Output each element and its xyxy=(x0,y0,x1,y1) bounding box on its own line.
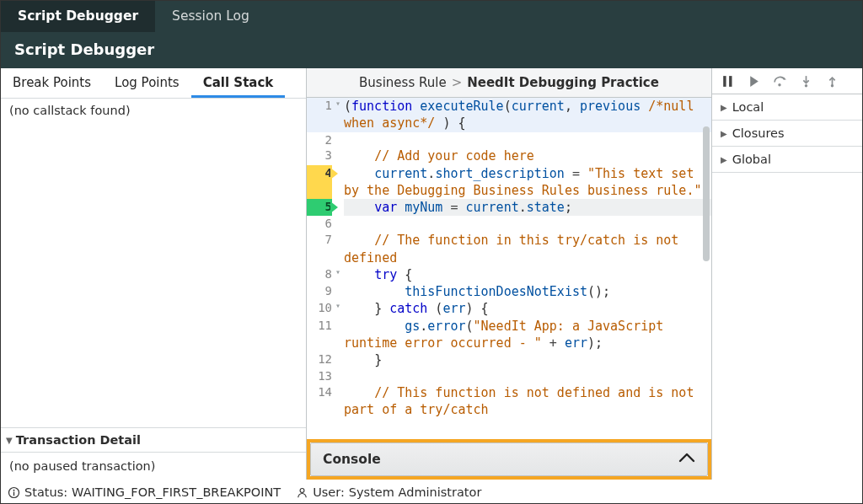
svg-point-3 xyxy=(805,84,807,87)
code-line[interactable]: 3 // Add your code here xyxy=(307,147,711,164)
code-editor[interactable]: 1▾(function executeRule(current, previou… xyxy=(307,98,711,439)
user-icon xyxy=(296,486,308,499)
script-debugger-app: Script Debugger Session Log Script Debug… xyxy=(0,0,863,504)
caret-right-icon: ▶ xyxy=(721,129,727,138)
code-line[interactable]: 5 var myNum = current.state; xyxy=(307,199,711,216)
code-source[interactable]: } xyxy=(344,351,711,368)
status-label: Status: xyxy=(24,485,67,499)
line-number[interactable]: 3 xyxy=(307,147,332,164)
pause-button[interactable] xyxy=(721,74,735,88)
scope-closures-label: Closures xyxy=(732,126,785,140)
line-number[interactable]: 4 xyxy=(307,165,332,200)
code-line[interactable]: 11 gs.error("NeedIt App: a JavaScript ru… xyxy=(307,318,711,352)
line-number[interactable]: 7 xyxy=(307,232,332,266)
transaction-detail-label: Transaction Detail xyxy=(16,433,141,447)
code-source[interactable]: gs.error("NeedIt App: a JavaScript runti… xyxy=(344,318,711,352)
console-drawer: Console xyxy=(307,439,711,480)
code-source[interactable]: current.short_description = "This text s… xyxy=(344,165,711,200)
fold-gutter[interactable]: ▾ xyxy=(332,266,344,283)
svg-rect-7 xyxy=(13,491,14,496)
breadcrumb-separator: > xyxy=(452,75,463,90)
status-value: WAITING_FOR_FIRST_BREAKPOINT xyxy=(72,485,281,499)
code-line[interactable]: 1▾(function executeRule(current, previou… xyxy=(307,98,711,132)
left-panel: Break Points Log Points Call Stack (no c… xyxy=(1,68,306,480)
fold-gutter xyxy=(332,283,344,300)
fold-gutter xyxy=(332,318,344,352)
caret-right-icon: ▶ xyxy=(721,155,727,164)
line-number[interactable]: 9 xyxy=(307,283,332,300)
line-number[interactable]: 13 xyxy=(307,368,332,384)
console-label: Console xyxy=(323,452,381,467)
code-line[interactable]: 10▾ } catch (err) { xyxy=(307,300,711,317)
code-line[interactable]: 9 thisFunctionDoesNotExist(); xyxy=(307,283,711,300)
code-source[interactable]: // Add your code here xyxy=(344,147,711,164)
code-source[interactable]: // The function in this try/catch is not… xyxy=(344,232,711,266)
svg-point-6 xyxy=(13,489,15,491)
code-line[interactable]: 7 // The function in this try/catch is n… xyxy=(307,232,711,266)
fold-gutter xyxy=(332,216,344,232)
line-number[interactable]: 11 xyxy=(307,318,332,352)
scope-closures[interactable]: ▶ Closures xyxy=(712,121,862,147)
subtab-breakpoints[interactable]: Break Points xyxy=(1,68,103,98)
resume-button[interactable] xyxy=(747,74,761,88)
code-line[interactable]: 6 xyxy=(307,216,711,232)
svg-point-4 xyxy=(831,84,834,87)
status-bar: Status: WAITING_FOR_FIRST_BREAKPOINT Use… xyxy=(1,480,862,503)
subtab-logpoints[interactable]: Log Points xyxy=(103,68,191,98)
scope-local[interactable]: ▶ Local xyxy=(712,94,862,121)
code-source[interactable]: (function executeRule(current, previous … xyxy=(344,98,711,132)
line-number[interactable]: 12 xyxy=(307,351,332,368)
transaction-empty-text: (no paused transaction) xyxy=(9,459,297,473)
fold-gutter xyxy=(332,199,344,216)
line-number[interactable]: 1 xyxy=(307,98,332,132)
right-panel: ▶ Local ▶ Closures ▶ Global xyxy=(712,68,862,480)
code-source[interactable]: // This function is not defined and is n… xyxy=(344,384,711,419)
scope-global[interactable]: ▶ Global xyxy=(712,147,862,173)
transaction-detail-header[interactable]: ▼ Transaction Detail xyxy=(1,427,306,453)
fold-gutter xyxy=(332,132,344,148)
subtab-callstack[interactable]: Call Stack xyxy=(191,68,286,98)
debug-controls xyxy=(712,68,862,94)
tab-script-debugger[interactable]: Script Debugger xyxy=(1,1,155,32)
line-number[interactable]: 2 xyxy=(307,132,332,148)
code-source[interactable] xyxy=(344,216,711,232)
caret-right-icon: ▶ xyxy=(721,103,727,112)
status-segment: Status: WAITING_FOR_FIRST_BREAKPOINT xyxy=(8,485,281,499)
breadcrumb-type: Business Rule xyxy=(359,75,447,90)
svg-point-2 xyxy=(778,83,780,86)
console-toggle[interactable]: Console xyxy=(310,442,708,476)
scrollbar-vertical[interactable] xyxy=(703,126,710,261)
tab-session-log[interactable]: Session Log xyxy=(155,1,266,32)
fold-gutter[interactable]: ▾ xyxy=(332,98,344,132)
code-source[interactable]: } catch (err) { xyxy=(344,300,711,317)
step-into-button[interactable] xyxy=(799,74,813,88)
code-source[interactable]: var myNum = current.state; xyxy=(344,199,711,216)
code-line[interactable]: 8▾ try { xyxy=(307,266,711,283)
step-out-button[interactable] xyxy=(825,74,839,88)
code-source[interactable] xyxy=(344,132,711,148)
user-segment: User: System Administrator xyxy=(296,485,481,499)
code-line[interactable]: 4 current.short_description = "This text… xyxy=(307,165,711,200)
user-label: User: xyxy=(313,485,345,499)
user-value: System Administrator xyxy=(349,485,482,499)
fold-gutter xyxy=(332,368,344,384)
code-line[interactable]: 13 xyxy=(307,368,711,384)
code-source[interactable]: thisFunctionDoesNotExist(); xyxy=(344,283,711,300)
fold-gutter xyxy=(332,384,344,419)
code-line[interactable]: 14 // This function is not defined and i… xyxy=(307,384,711,419)
code-source[interactable] xyxy=(344,368,711,384)
fold-gutter xyxy=(332,351,344,368)
code-line[interactable]: 2 xyxy=(307,132,711,148)
fold-gutter[interactable]: ▾ xyxy=(332,300,344,317)
line-number[interactable]: 6 xyxy=(307,216,332,232)
fold-gutter xyxy=(332,165,344,200)
code-source[interactable]: try { xyxy=(344,266,711,283)
svg-point-8 xyxy=(300,488,304,492)
line-number[interactable]: 10 xyxy=(307,300,332,317)
line-number[interactable]: 14 xyxy=(307,384,332,419)
caret-down-icon: ▼ xyxy=(6,436,13,445)
line-number[interactable]: 8 xyxy=(307,266,332,283)
step-over-button[interactable] xyxy=(773,74,787,88)
code-line[interactable]: 12 } xyxy=(307,351,711,368)
line-number[interactable]: 5 xyxy=(307,199,332,216)
